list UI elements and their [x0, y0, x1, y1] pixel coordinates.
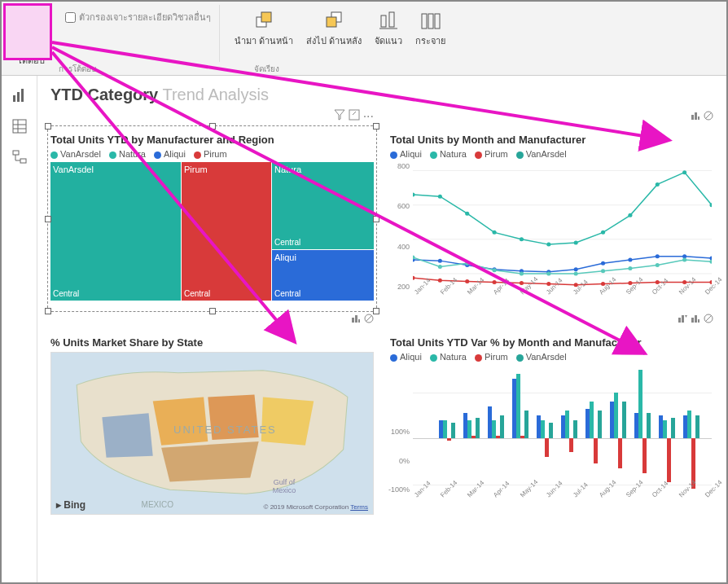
svg-rect-13 — [13, 95, 15, 102]
svg-rect-11 — [428, 14, 433, 29]
send-backward-icon — [321, 8, 347, 34]
drill-filter-checkbox[interactable]: ตัวกรองเจาะรายละเอียดวิชวลอื่นๆ — [65, 10, 211, 24]
svg-rect-7 — [381, 15, 386, 27]
bar-visual[interactable]: Total Units YTD Var % by Month and Manuf… — [390, 332, 713, 515]
treemap-cell-aliqui[interactable]: AliquiCentral — [272, 250, 374, 301]
svg-point-74 — [574, 241, 578, 245]
map-visual[interactable]: % Units Market Share by State UNITED STA… — [50, 332, 374, 515]
send-backward-button[interactable]: ส่งไป ด้านหลัง — [300, 5, 368, 49]
bing-logo: ▸ Bing — [56, 499, 86, 511]
treemap-cell-pirum[interactable]: PirumCentral — [182, 162, 271, 301]
nav-model-icon[interactable] — [11, 149, 28, 165]
filter-mode-icon[interactable] — [678, 312, 687, 327]
none-mode-icon[interactable] — [704, 109, 713, 124]
svg-point-44 — [413, 255, 415, 259]
svg-rect-6 — [327, 17, 336, 27]
svg-point-75 — [601, 231, 605, 235]
svg-point-73 — [546, 243, 550, 247]
highlight-mode-icon[interactable] — [691, 109, 700, 124]
treemap-cell-vanarsdel[interactable]: VanArsdelCentral — [50, 162, 181, 301]
line-x-axis: Jan-14Feb-14Mar-14Apr-14May-14Jun-14Jul-… — [413, 291, 712, 309]
svg-point-45 — [438, 265, 442, 269]
nav-report-icon[interactable] — [11, 87, 28, 103]
svg-point-71 — [493, 231, 497, 235]
map-copyright: © 2019 Microsoft Corporation Terms — [264, 503, 368, 511]
map-terms-link[interactable]: Terms — [350, 503, 368, 511]
svg-rect-24 — [695, 112, 697, 120]
align-label: จัดแนว — [375, 36, 402, 46]
map-plot[interactable]: UNITED STATES MEXICO Gulf of Mexico ▸ Bi… — [50, 352, 374, 515]
svg-point-49 — [546, 271, 550, 275]
svg-rect-0 — [21, 11, 29, 18]
line-legend: Aliqui Natura Pirum VanArsdel — [390, 149, 713, 159]
svg-rect-82 — [358, 319, 360, 323]
visual1-toolbar: ··· — [50, 109, 374, 124]
treemap-visual[interactable]: Total Units YTD by Manufacturer and Regi… — [50, 129, 374, 309]
visual4-toolbar — [390, 312, 713, 327]
treemap-legend: VanArsdel Natura Aliqui Pirum — [50, 149, 374, 159]
svg-point-78 — [682, 170, 686, 174]
svg-rect-80 — [352, 318, 354, 323]
filter-icon[interactable] — [334, 109, 345, 124]
svg-line-84 — [366, 315, 372, 322]
bar-legend: Aliqui Natura Pirum VanArsdel — [390, 352, 713, 362]
distribute-button[interactable]: กระจาย — [409, 5, 452, 49]
treemap-title: Total Units YTD by Manufacturer and Regi… — [50, 134, 374, 146]
svg-point-53 — [656, 263, 660, 267]
svg-point-76 — [628, 213, 632, 217]
bar-y-axis: 100% 0% -100% — [390, 365, 411, 494]
map-label-mexico: MEXICO — [142, 500, 173, 509]
distribute-label: กระจาย — [415, 36, 445, 46]
map-label-gulf: Gulf of Mexico — [273, 478, 296, 494]
svg-rect-87 — [691, 318, 694, 323]
nav-data-icon[interactable] — [11, 118, 28, 134]
bring-forward-label: นำมา ด้านหน้า — [235, 36, 293, 46]
svg-point-46 — [465, 261, 469, 266]
edit-interactions-label: แก้ไขการ โต้ตอบ — [15, 36, 47, 65]
svg-rect-1 — [33, 23, 41, 29]
svg-point-47 — [493, 268, 497, 272]
align-button[interactable]: จัดแนว — [368, 5, 409, 49]
treemap-plot[interactable]: VanArsdelCentral NaturaCentral PirumCent… — [50, 162, 374, 301]
svg-point-33 — [438, 259, 442, 263]
bring-forward-button[interactable]: นำมา ด้านหน้า — [228, 5, 300, 49]
bar-title: Total Units YTD Var % by Month and Manuf… — [390, 336, 713, 349]
line-visual[interactable]: Total Units by Month and Manufacturer Al… — [390, 129, 713, 309]
drill-filter-label: ตัวกรองเจาะรายละเอียดวิชวลอื่นๆ — [79, 10, 211, 24]
line-y-axis: 800 600 400 200 — [390, 162, 411, 291]
focus-icon[interactable] — [349, 109, 360, 124]
none-mode-icon[interactable] — [704, 312, 713, 327]
svg-rect-85 — [678, 318, 681, 323]
svg-rect-81 — [355, 315, 357, 323]
ribbon-group-interact: การโต้ตอบ — [59, 63, 96, 75]
svg-rect-10 — [422, 14, 427, 29]
more-icon[interactable]: ··· — [363, 109, 374, 124]
visual3-toolbar — [50, 312, 374, 327]
highlight-mode-icon[interactable] — [691, 312, 700, 327]
svg-rect-88 — [695, 315, 697, 323]
svg-point-58 — [465, 279, 469, 283]
none-mode-icon[interactable] — [364, 312, 374, 327]
svg-point-70 — [465, 212, 469, 216]
svg-rect-23 — [691, 115, 694, 120]
treemap-cell-natura[interactable]: NaturaCentral — [272, 162, 374, 249]
svg-line-27 — [705, 112, 712, 119]
svg-line-91 — [705, 315, 712, 322]
svg-rect-4 — [261, 12, 271, 22]
svg-point-40 — [628, 258, 632, 262]
map-label-us: UNITED STATES — [173, 424, 277, 436]
highlight-mode-icon[interactable] — [351, 312, 361, 327]
svg-rect-20 — [13, 151, 19, 155]
visual2-toolbar — [390, 109, 713, 124]
svg-rect-12 — [435, 14, 440, 29]
svg-rect-8 — [389, 12, 394, 27]
edit-interactions-button[interactable]: แก้ไขการ โต้ตอบ — [8, 5, 54, 68]
bar-plot: 100% 0% -100% Jan-14Feb-14Mar-14Apr-14Ma… — [390, 365, 713, 512]
svg-rect-86 — [682, 315, 684, 323]
svg-point-69 — [438, 195, 442, 199]
svg-point-56 — [413, 276, 415, 280]
send-backward-label: ส่งไป ด้านหลัง — [306, 36, 362, 46]
svg-rect-14 — [17, 92, 20, 102]
svg-point-50 — [574, 271, 578, 275]
svg-rect-25 — [698, 116, 699, 120]
